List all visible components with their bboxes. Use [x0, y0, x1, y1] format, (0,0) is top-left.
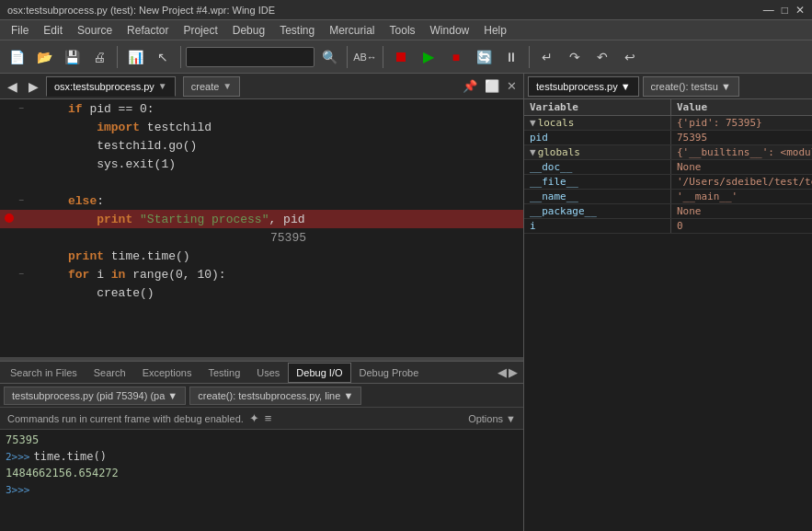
debug-section-var: ▼globals: [524, 145, 671, 159]
code-line: sys.exit(1): [0, 155, 523, 173]
breadcrumb-arrow[interactable]: ▼: [223, 81, 232, 91]
menu-item-file[interactable]: File: [4, 22, 36, 39]
select-button[interactable]: ↖: [150, 44, 176, 70]
print-button[interactable]: 🖨: [86, 44, 112, 70]
editor-breadcrumb-tab[interactable]: create ▼: [183, 76, 240, 97]
open-button[interactable]: 📂: [31, 44, 57, 70]
debugger-tab-func[interactable]: create(): testsu ▼: [643, 76, 739, 97]
debug-process-selector[interactable]: testsubprocess.py (pid 75394) (pa ▼: [4, 387, 186, 405]
fold-indicator[interactable]: −: [18, 104, 31, 114]
code-editor[interactable]: −if pid == 0: import testchild testchild…: [0, 99, 523, 357]
editor-tab-label: osx:testsubprocess.py: [54, 81, 154, 92]
menu-item-tools[interactable]: Tools: [383, 22, 423, 39]
debug-section-row[interactable]: ▼globals{'__builtins__': <module '__buil: [524, 145, 812, 160]
code-content: sys.exit(1): [31, 157, 176, 171]
save-button[interactable]: 💾: [59, 44, 85, 70]
code-content: print time.time(): [31, 249, 190, 263]
continue-button[interactable]: ↩: [617, 44, 643, 70]
console-lines-container: 753952>>>time.time()1484662156.6542723>>…: [6, 432, 518, 498]
console-text: 1484662156.654272: [6, 467, 119, 479]
bottom-tab-arrow-right[interactable]: ▶: [509, 365, 518, 379]
menu-item-window[interactable]: Window: [423, 22, 477, 39]
debug-cell-var: __package__: [524, 204, 671, 218]
code-content: testchild.go(): [31, 139, 197, 153]
console-line: 75395: [6, 432, 518, 448]
debug-section-val: {'pid': 75395}: [671, 116, 812, 130]
debug-options[interactable]: Options ▼: [468, 413, 516, 424]
menu-item-refactor[interactable]: Refactor: [120, 22, 176, 39]
debug-header-value: Value: [671, 99, 812, 115]
fold-indicator[interactable]: −: [18, 196, 31, 206]
menu-item-mercurial[interactable]: Mercurial: [322, 22, 382, 39]
new-file-button[interactable]: 📄: [4, 44, 29, 70]
search-input[interactable]: [186, 47, 315, 67]
editor-tab-main[interactable]: osx:testsubprocess.py ▼: [46, 76, 176, 97]
debug-row[interactable]: __name__'__main__': [524, 190, 812, 204]
debug-value: 75395: [31, 231, 306, 245]
sep5: [529, 46, 530, 68]
code-line: testchild.go(): [0, 136, 523, 155]
minimize-button[interactable]: —: [763, 4, 774, 17]
gutter: [0, 213, 18, 226]
debugger-tab-file-label: testsubprocess.py ▼: [536, 81, 631, 92]
bottom-tab-exceptions[interactable]: Exceptions: [134, 363, 200, 383]
pause-button[interactable]: ⏸: [498, 44, 524, 70]
sep2: [180, 46, 181, 68]
editor-nav-forward[interactable]: ▶: [25, 77, 42, 96]
bottom-tab-debug-probe[interactable]: Debug Probe: [351, 363, 428, 383]
stop-button[interactable]: ■: [443, 44, 469, 70]
debug-sub-bar: testsubprocess.py (pid 75394) (pa ▼ crea…: [0, 384, 523, 408]
step-into-button[interactable]: ↵: [534, 44, 560, 70]
debug-frame-selector[interactable]: create(): testsubprocess.py, line ▼: [189, 387, 361, 405]
step-over-button[interactable]: ↷: [562, 44, 588, 70]
editor-nav-back[interactable]: ◀: [4, 77, 21, 96]
debug-options-label: Options ▼: [468, 413, 516, 424]
bottom-tab-debug-i/o[interactable]: Debug I/O: [288, 363, 350, 383]
close-button[interactable]: ✕: [795, 4, 805, 17]
bottom-tab-uses[interactable]: Uses: [248, 363, 288, 383]
bottom-tabs-container: Search in FilesSearchExceptionsTestingUs…: [2, 363, 497, 383]
restart-button[interactable]: 🔄: [471, 44, 497, 70]
menu-item-debug[interactable]: Debug: [225, 22, 272, 39]
step-out-button[interactable]: ↶: [589, 44, 615, 70]
code-lines-container: −if pid == 0: import testchild testchild…: [0, 99, 523, 302]
editor-pin-button[interactable]: 📌: [460, 78, 480, 94]
menu-item-project[interactable]: Project: [176, 22, 224, 39]
menu-item-help[interactable]: Help: [476, 22, 514, 39]
debug-row[interactable]: __package__None: [524, 204, 812, 219]
debug-section-row[interactable]: ▼locals{'pid': 75395}: [524, 116, 812, 131]
debug-content: testsubprocess.py ▼ create(): testsu ▼ V…: [524, 74, 812, 531]
bottom-tab-search-in-files[interactable]: Search in Files: [2, 363, 86, 383]
editor-tab-dropdown[interactable]: ▼: [158, 81, 167, 91]
bottom-tab-testing[interactable]: Testing: [200, 363, 248, 383]
menu-item-edit[interactable]: Edit: [36, 22, 70, 39]
menu-item-source[interactable]: Source: [70, 22, 120, 39]
cmd-info-bar: Commands run in current frame with debug…: [0, 408, 523, 430]
run-button[interactable]: ▶: [416, 44, 441, 70]
debug-row[interactable]: i0: [524, 219, 812, 234]
search-go-button[interactable]: 🔍: [316, 44, 342, 70]
debug-table: Variable Value ▼locals{'pid': 75395} pid…: [524, 99, 812, 531]
debug-row[interactable]: __file__'/Users/sdeibel/test/testsubpro: [524, 175, 812, 190]
menu-item-testing[interactable]: Testing: [272, 22, 322, 39]
editor-close-button[interactable]: ✕: [504, 78, 520, 94]
replace-button[interactable]: AB↔: [352, 44, 378, 70]
cmd-list-icon[interactable]: ≡: [265, 411, 272, 425]
console-area[interactable]: 753952>>>time.time()1484662156.6542723>>…: [0, 430, 523, 531]
right-section: testsubprocess.py ▼ create(): testsu ▼ V…: [524, 74, 812, 531]
debug-row[interactable]: __doc__None: [524, 160, 812, 175]
fold-indicator[interactable]: −: [18, 270, 31, 280]
debug-button[interactable]: 📊: [122, 44, 148, 70]
debug-cell-val: 0: [671, 219, 812, 233]
stop-debug-button[interactable]: ⏹: [388, 44, 414, 70]
bottom-tab-search[interactable]: Search: [86, 363, 134, 383]
bottom-tab-arrow-left[interactable]: ◀: [497, 365, 507, 379]
debug-cell-val: '__main__': [671, 190, 812, 203]
debug-row[interactable]: pid75395: [524, 131, 812, 145]
debugger-tab-file[interactable]: testsubprocess.py ▼: [528, 76, 639, 97]
cmd-spark-icon[interactable]: ✦: [249, 411, 259, 425]
maximize-button[interactable]: □: [782, 4, 788, 17]
editor-maximize-button[interactable]: ⬜: [482, 78, 502, 94]
bottom-tabs-bar: Search in FilesSearchExceptionsTestingUs…: [0, 362, 523, 384]
debug-section-var: ▼locals: [524, 116, 671, 130]
